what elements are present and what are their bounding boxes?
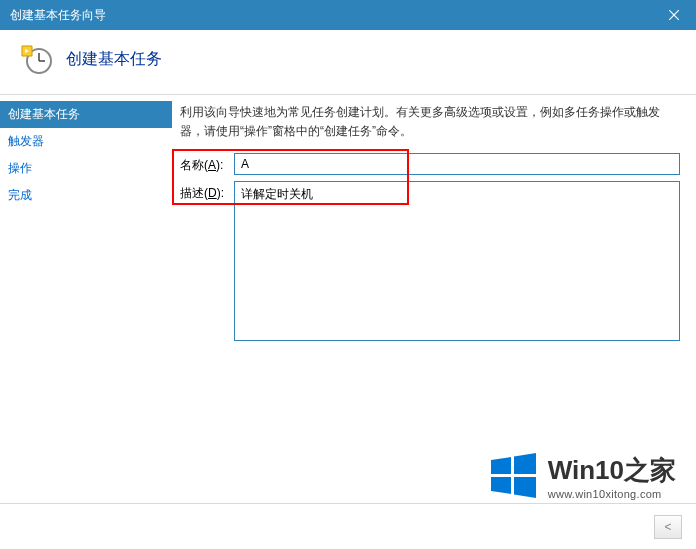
title-bar: 创建基本任务向导 [0, 0, 696, 30]
back-button[interactable]: < [654, 515, 682, 539]
wizard-footer: < [0, 503, 696, 549]
window-title: 创建基本任务向导 [10, 7, 651, 24]
page-title: 创建基本任务 [66, 49, 162, 70]
sidebar-item-trigger[interactable]: 触发器 [0, 128, 172, 155]
intro-text: 利用该向导快速地为常见任务创建计划。有关更多高级选项或设置，例如多任务操作或触发… [180, 103, 680, 141]
description-label: 描述(D): [180, 181, 234, 202]
name-input[interactable] [234, 153, 680, 175]
description-input[interactable] [234, 181, 680, 341]
wizard-steps-sidebar: 创建基本任务 触发器 操作 完成 [0, 95, 172, 499]
description-row: 描述(D): [180, 181, 680, 341]
name-label: 名称(A): [180, 153, 234, 174]
name-row: 名称(A): [180, 153, 680, 175]
content-area: 创建基本任务 触发器 操作 完成 利用该向导快速地为常见任务创建计划。有关更多高… [0, 95, 696, 499]
wizard-icon [20, 42, 54, 76]
sidebar-item-create-basic-task[interactable]: 创建基本任务 [0, 101, 172, 128]
sidebar-item-finish[interactable]: 完成 [0, 182, 172, 209]
wizard-header: 创建基本任务 [0, 30, 696, 94]
close-button[interactable] [651, 0, 696, 30]
sidebar-item-action[interactable]: 操作 [0, 155, 172, 182]
main-panel: 利用该向导快速地为常见任务创建计划。有关更多高级选项或设置，例如多任务操作或触发… [172, 95, 696, 499]
close-icon [669, 10, 679, 20]
